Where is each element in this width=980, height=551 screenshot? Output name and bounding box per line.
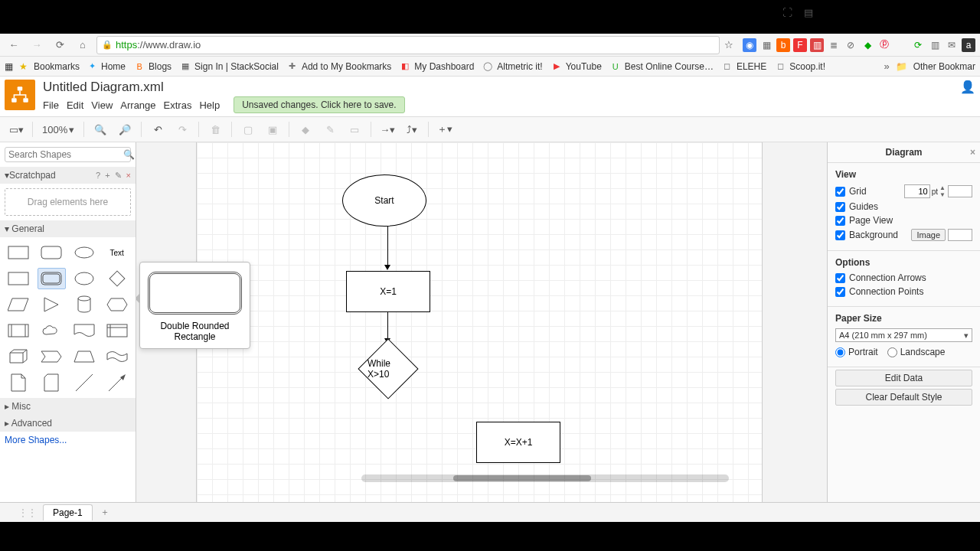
url-bar[interactable]: 🔒 https://www.draw.io (96, 36, 720, 54)
shape-text[interactable]: Text (103, 242, 131, 263)
close-icon[interactable]: × (970, 147, 975, 158)
conn-points-checkbox[interactable] (835, 287, 845, 297)
apps-icon[interactable]: ▦ (5, 61, 13, 72)
shape-rectangle[interactable] (5, 242, 33, 263)
ext-icon[interactable]: F (793, 38, 807, 52)
grid-checkbox[interactable] (835, 187, 845, 197)
shape-ellipse[interactable] (70, 268, 99, 289)
flowchart-process[interactable]: X=1 (346, 271, 430, 312)
back-button[interactable]: ← (5, 36, 23, 54)
ext-icon[interactable]: ▦ (760, 38, 773, 52)
bookmark-item[interactable]: UBest Online Course… (609, 60, 714, 73)
conn-arrows-checkbox[interactable] (835, 273, 845, 283)
page-tab[interactable]: Page-1 (43, 504, 93, 520)
undo-button[interactable]: ↶ (148, 119, 168, 139)
shape-tape[interactable] (103, 346, 131, 367)
menu-extras[interactable]: Extras (164, 99, 192, 111)
shape-rectangle2[interactable] (5, 268, 33, 289)
ext-icon[interactable]: ⓟ (877, 38, 891, 52)
bookmark-star-icon[interactable]: ☆ (724, 39, 733, 51)
close-icon[interactable]: × (126, 171, 131, 181)
zoom-in-icon[interactable]: 🔍 (90, 119, 110, 139)
zoom-selector[interactable]: 100% ▾ (39, 124, 77, 135)
shape-cloud[interactable] (38, 320, 66, 341)
forward-button[interactable]: → (28, 36, 46, 54)
pageview-checkbox[interactable] (835, 216, 845, 226)
landscape-radio[interactable] (887, 347, 897, 357)
background-checkbox[interactable] (835, 230, 845, 240)
ext-icon[interactable]: ◆ (861, 38, 874, 52)
insert-button[interactable]: ＋▾ (435, 119, 455, 139)
search-icon[interactable]: 🔍 (123, 149, 135, 160)
shape-diamond[interactable] (103, 268, 131, 289)
ext-icon[interactable]: ⟳ (911, 38, 925, 52)
document-title[interactable]: Untitled Diagram.xml (43, 80, 405, 95)
edge[interactable] (387, 227, 388, 266)
paper-size-select[interactable]: A4 (210 mm x 297 mm) (835, 328, 972, 342)
bookmarks-overflow[interactable]: » (884, 60, 889, 72)
edit-data-button[interactable]: Edit Data (835, 370, 972, 386)
to-front-button[interactable]: ▢ (238, 119, 258, 139)
shape-card[interactable] (38, 372, 66, 393)
section-general[interactable]: ▾ General (0, 220, 136, 237)
scratchpad-header[interactable]: ▾ Scratchpad ?+✎× (0, 167, 136, 184)
other-bookmarks[interactable]: Other Bookmar (913, 61, 975, 72)
help-icon[interactable]: ? (96, 171, 100, 181)
search-input[interactable] (8, 149, 123, 160)
menu-edit[interactable]: Edit (67, 99, 83, 111)
background-image-button[interactable]: Image (911, 229, 946, 241)
to-back-button[interactable]: ▣ (263, 119, 283, 139)
ext-icon[interactable]: ▥ (928, 38, 942, 52)
drawio-logo[interactable] (5, 80, 35, 110)
shape-arrow-line[interactable] (103, 372, 131, 393)
add-page-button[interactable]: ＋ (96, 506, 113, 519)
shape-rounded-rectangle[interactable] (38, 242, 66, 263)
shape-process[interactable] (5, 320, 33, 341)
edit-icon[interactable]: ✎ (115, 171, 122, 181)
flowchart-decision[interactable]: While X>10 (358, 338, 418, 399)
connection-button[interactable]: →▾ (377, 119, 397, 139)
scratchpad-dropzone[interactable]: Drag elements here (5, 188, 131, 216)
shape-trapezoid[interactable] (70, 346, 99, 367)
waypoint-button[interactable]: ⤴▾ (402, 119, 422, 139)
background-color-swatch[interactable] (948, 229, 972, 241)
grid-color-swatch[interactable] (948, 185, 972, 197)
reload-button[interactable]: ⟳ (51, 36, 69, 54)
delete-button[interactable]: 🗑 (205, 119, 225, 139)
guides-checkbox[interactable] (835, 202, 845, 212)
menu-arrange[interactable]: Arrange (120, 99, 155, 111)
flowchart-start[interactable]: Start (342, 174, 426, 227)
bookmark-item[interactable]: ◻Scoop.it! (774, 60, 825, 73)
shape-cube[interactable] (5, 346, 33, 367)
clear-style-button[interactable]: Clear Default Style (835, 389, 972, 406)
shape-parallelogram[interactable] (5, 294, 33, 315)
section-misc[interactable]: ▸ Misc (0, 398, 136, 415)
shape-internal-storage[interactable] (103, 320, 131, 341)
bookmarks-folder-label[interactable]: Bookmarks (34, 61, 80, 72)
save-notice[interactable]: Unsaved changes. Click here to save. (234, 96, 404, 113)
shape-step[interactable] (38, 346, 66, 367)
canvas-page[interactable]: Start X=1 While X>10 X=X+1 (196, 142, 763, 502)
bookmark-item[interactable]: ▦Sign In | StackSocial (179, 60, 279, 73)
bookmark-item[interactable]: ◯Altmetric it! (482, 60, 542, 73)
add-icon[interactable]: + (105, 171, 109, 181)
portrait-radio[interactable] (835, 347, 845, 357)
format-panel-toggle[interactable]: ▤ (799, 2, 818, 22)
fill-color-button[interactable]: ◆ (296, 119, 315, 139)
ext-icon[interactable]: b (776, 38, 790, 52)
shape-note[interactable] (5, 372, 33, 393)
shape-hexagon[interactable] (103, 294, 131, 315)
ext-icon[interactable]: ▥ (810, 38, 824, 52)
fullscreen-icon[interactable]: ⛶ (777, 2, 797, 22)
ext-icon[interactable]: ✉ (945, 38, 959, 52)
shape-cylinder[interactable] (70, 294, 99, 315)
bookmark-item[interactable]: ◻ELEHE (721, 60, 766, 73)
shape-document[interactable] (70, 320, 99, 341)
tabs-drag-handle[interactable]: ⋮⋮ (18, 507, 37, 518)
shadow-button[interactable]: ▭ (345, 119, 364, 139)
bookmark-item[interactable]: ✚Add to My Bookmarks (286, 60, 391, 73)
canvas[interactable]: Start X=1 While X>10 X=X+1 Double Rounde… (136, 142, 827, 502)
menu-view[interactable]: View (91, 99, 113, 111)
menu-help[interactable]: Help (199, 99, 220, 111)
share-icon[interactable]: 👤 (960, 80, 975, 95)
